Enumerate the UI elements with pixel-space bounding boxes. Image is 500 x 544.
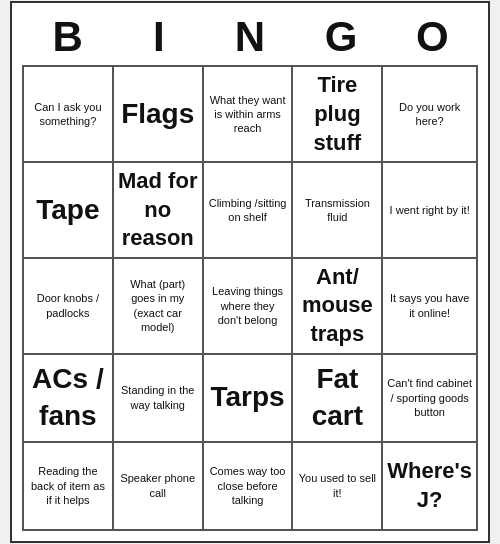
- bingo-cell-19: Can't find cabinet / sporting goods butt…: [382, 354, 477, 442]
- bingo-cell-9: I went right by it!: [382, 162, 477, 258]
- bingo-cell-21: Speaker phone call: [113, 442, 203, 530]
- bingo-cell-10: Door knobs / padlocks: [23, 258, 113, 354]
- bingo-cell-11: What (part) goes in my (exact car model): [113, 258, 203, 354]
- bingo-cell-23: You used to sell it!: [292, 442, 382, 530]
- bingo-cell-16: Standing in the way talking: [113, 354, 203, 442]
- bingo-grid: Can I ask you something?FlagsWhat they w…: [22, 65, 478, 530]
- bingo-cell-7: Climbing /sitting on shelf: [203, 162, 293, 258]
- bingo-cell-4: Do you work here?: [382, 66, 477, 162]
- bingo-cell-13: Ant/ mouse traps: [292, 258, 382, 354]
- bingo-cell-15: ACs / fans: [23, 354, 113, 442]
- bingo-cell-3: Tire plug stuff: [292, 66, 382, 162]
- letter-b: B: [24, 13, 112, 61]
- bingo-cell-1: Flags: [113, 66, 203, 162]
- bingo-cell-22: Comes way too close before talking: [203, 442, 293, 530]
- bingo-cell-2: What they want is within arms reach: [203, 66, 293, 162]
- bingo-cell-17: Tarps: [203, 354, 293, 442]
- letter-i: I: [115, 13, 203, 61]
- bingo-header: B I N G O: [22, 13, 478, 61]
- bingo-cell-6: Mad for no reason: [113, 162, 203, 258]
- bingo-cell-14: It says you have it online!: [382, 258, 477, 354]
- bingo-cell-12: Leaving things where they don't belong: [203, 258, 293, 354]
- bingo-cell-24: Where's J?: [382, 442, 477, 530]
- bingo-cell-5: Tape: [23, 162, 113, 258]
- letter-n: N: [206, 13, 294, 61]
- letter-o: O: [388, 13, 476, 61]
- bingo-cell-0: Can I ask you something?: [23, 66, 113, 162]
- bingo-cell-8: Transmission fluid: [292, 162, 382, 258]
- bingo-card: B I N G O Can I ask you something?FlagsW…: [10, 1, 490, 542]
- bingo-cell-18: Fat cart: [292, 354, 382, 442]
- letter-g: G: [297, 13, 385, 61]
- bingo-cell-20: Reading the back of item as if it helps: [23, 442, 113, 530]
